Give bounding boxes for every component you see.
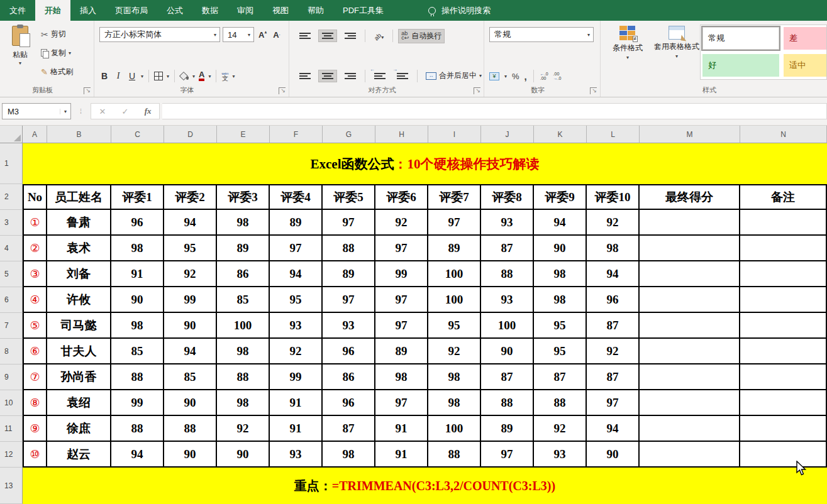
name-box[interactable]: M3 ▾ [2, 103, 71, 119]
cell-N6[interactable] [740, 287, 827, 313]
cell-M3[interactable] [640, 210, 740, 236]
bottom-align-button[interactable] [341, 30, 360, 42]
cell-G3[interactable]: 97 [323, 210, 375, 236]
cell-J11[interactable]: 89 [481, 416, 534, 442]
copy-button[interactable]: 复制 ▾ [38, 46, 76, 60]
cell-A12[interactable]: ⑩ [23, 442, 47, 468]
cell-A9[interactable]: ⑦ [23, 364, 47, 390]
cell-G8[interactable]: 96 [323, 339, 375, 364]
row-header-7[interactable]: 7 [0, 313, 23, 339]
font-name-combobox[interactable]: 方正小标宋简体 ▾ [99, 27, 220, 42]
cell-K2[interactable]: 评委9 [534, 184, 587, 210]
cell-B4[interactable]: 袁术 [47, 236, 111, 261]
footer-row[interactable]: 重点：=TRIMMEAN(C3:L3,2/COUNT(C3:L3)) [23, 468, 827, 504]
cell-A3[interactable]: ① [23, 210, 47, 236]
cell-M6[interactable] [640, 287, 740, 313]
decrease-decimal-button[interactable]: .00→.0 [553, 72, 562, 80]
font-color-icon[interactable]: A [199, 71, 204, 81]
cell-N11[interactable] [740, 416, 827, 442]
cell-J8[interactable]: 90 [481, 339, 534, 364]
cell-M2[interactable]: 最终得分 [640, 184, 740, 210]
col-header-M[interactable]: M [640, 126, 740, 143]
cell-J6[interactable]: 93 [481, 287, 534, 313]
row-header-4[interactable]: 4 [0, 236, 23, 261]
cell-B3[interactable]: 鲁肃 [47, 210, 111, 236]
format-painter-button[interactable]: ✎ 格式刷 [38, 65, 76, 79]
tab-页面布局[interactable]: 页面布局 [106, 0, 157, 21]
cell-N4[interactable] [740, 236, 827, 261]
row-header-1[interactable]: 1 [0, 143, 23, 184]
row-header-13[interactable]: 13 [0, 468, 23, 504]
cell-H2[interactable]: 评委6 [375, 184, 428, 210]
cell-I2[interactable]: 评委7 [428, 184, 481, 210]
cell-L10[interactable]: 97 [587, 390, 640, 416]
cell-C2[interactable]: 评委1 [111, 184, 164, 210]
increase-indent-button[interactable] [393, 70, 412, 82]
cell-K5[interactable]: 98 [534, 261, 587, 287]
shrink-font-button[interactable]: A˯ [271, 30, 282, 40]
cell-K11[interactable]: 92 [534, 416, 587, 442]
cell-C5[interactable]: 91 [111, 261, 164, 287]
cell-G7[interactable]: 93 [323, 313, 375, 339]
conditional-formatting-button[interactable]: 条件格式 ▾ [604, 26, 651, 62]
cell-K7[interactable]: 95 [534, 313, 587, 339]
cell-C10[interactable]: 99 [111, 390, 164, 416]
cell-I10[interactable]: 98 [428, 390, 481, 416]
cell-D2[interactable]: 评委2 [164, 184, 217, 210]
cell-N5[interactable] [740, 261, 827, 287]
phonetic-guide-icon[interactable]: wén 文 [221, 71, 228, 81]
number-dialog-launcher[interactable]: ↘ [590, 87, 597, 94]
cell-C9[interactable]: 88 [111, 364, 164, 390]
cell-G5[interactable]: 89 [323, 261, 375, 287]
cell-D6[interactable]: 99 [164, 287, 217, 313]
cell-E11[interactable]: 92 [217, 416, 270, 442]
cell-J7[interactable]: 100 [481, 313, 534, 339]
cell-I3[interactable]: 97 [428, 210, 481, 236]
col-header-G[interactable]: G [323, 126, 375, 143]
tab-插入[interactable]: 插入 [70, 0, 106, 21]
cell-I5[interactable]: 100 [428, 261, 481, 287]
cell-H10[interactable]: 97 [375, 390, 428, 416]
cell-K4[interactable]: 90 [534, 236, 587, 261]
cell-E7[interactable]: 100 [217, 313, 270, 339]
cell-G12[interactable]: 98 [323, 442, 375, 468]
cell-E9[interactable]: 88 [217, 364, 270, 390]
fill-color-icon[interactable] [180, 72, 189, 80]
cell-M8[interactable] [640, 339, 740, 364]
tab-视图[interactable]: 视图 [263, 0, 298, 21]
col-header-C[interactable]: C [111, 126, 164, 143]
currency-icon[interactable]: ¥ [489, 72, 499, 80]
cell-E6[interactable]: 85 [217, 287, 270, 313]
col-header-A[interactable]: A [23, 126, 47, 143]
cell-F4[interactable]: 97 [270, 236, 323, 261]
cell-E5[interactable]: 86 [217, 261, 270, 287]
formula-input[interactable] [162, 103, 827, 119]
cell-C7[interactable]: 98 [111, 313, 164, 339]
cell-H9[interactable]: 98 [375, 364, 428, 390]
cell-F2[interactable]: 评委4 [270, 184, 323, 210]
decrease-indent-button[interactable] [370, 70, 389, 82]
cell-K3[interactable]: 94 [534, 210, 587, 236]
cell-G10[interactable]: 96 [323, 390, 375, 416]
col-header-L[interactable]: L [587, 126, 640, 143]
orientation-button[interactable]: ab▾ [370, 27, 387, 45]
cell-N8[interactable] [740, 339, 827, 364]
cell-H12[interactable]: 91 [375, 442, 428, 468]
cell-B6[interactable]: 许攸 [47, 287, 111, 313]
number-format-combobox[interactable]: 常规 ▾ [489, 27, 594, 42]
col-header-F[interactable]: F [270, 126, 323, 143]
borders-icon[interactable] [154, 72, 163, 80]
cell-M5[interactable] [640, 261, 740, 287]
cell-H7[interactable]: 97 [375, 313, 428, 339]
align-left-button[interactable] [296, 70, 314, 82]
cell-K6[interactable]: 98 [534, 287, 587, 313]
tab-帮助[interactable]: 帮助 [298, 0, 333, 21]
cell-B11[interactable]: 徐庶 [47, 416, 111, 442]
tab-数据[interactable]: 数据 [192, 0, 228, 21]
cell-B7[interactable]: 司马懿 [47, 313, 111, 339]
cell-D12[interactable]: 90 [164, 442, 217, 468]
cell-C4[interactable]: 98 [111, 236, 164, 261]
cell-N12[interactable] [740, 442, 827, 468]
italic-button[interactable]: I [113, 71, 123, 81]
cell-G6[interactable]: 97 [323, 287, 375, 313]
